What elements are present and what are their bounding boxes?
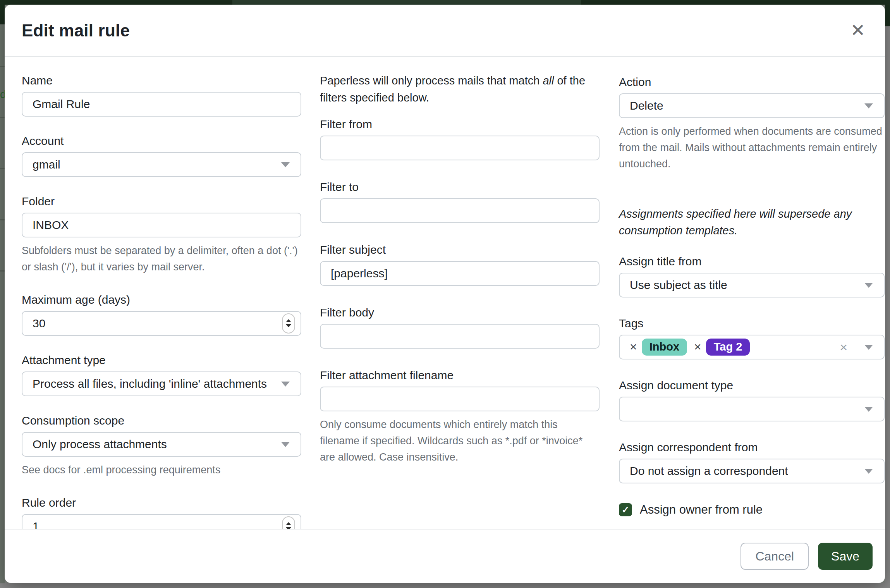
consumption-scope-group: Consumption scope Only process attachmen… xyxy=(22,414,301,478)
filter-from-input[interactable] xyxy=(320,136,600,160)
backdrop-left-divider xyxy=(0,24,5,25)
filters-intro-text: Paperless will only process mails that m… xyxy=(320,72,600,106)
account-selected-value: gmail xyxy=(33,158,60,171)
number-stepper[interactable] xyxy=(282,313,295,334)
save-button[interactable]: Save xyxy=(818,543,873,570)
action-select[interactable]: Delete xyxy=(619,93,885,118)
action-label: Action xyxy=(619,76,885,89)
max-age-value: 30 xyxy=(33,317,45,330)
remove-tag-icon[interactable]: × xyxy=(630,340,637,354)
tags-label: Tags xyxy=(619,317,885,330)
assign-doctype-label: Assign document type xyxy=(619,379,885,392)
consumption-scope-selected-value: Only process attachments xyxy=(33,438,167,451)
backdrop-row-line xyxy=(0,117,5,118)
attachment-type-select[interactable]: Process all files, including 'inline' at… xyxy=(22,371,301,396)
filter-body-input[interactable] xyxy=(320,324,600,349)
chevron-down-icon xyxy=(281,162,290,167)
chevron-down-icon xyxy=(281,442,290,447)
assign-correspondent-selected-value: Do not assign a correspondent xyxy=(630,464,788,478)
backdrop-left-navbar xyxy=(0,0,5,24)
remove-tag-icon[interactable]: × xyxy=(694,340,701,354)
dialog-header: Edit mail rule ✕ xyxy=(5,5,885,57)
max-age-label: Maximum age (days) xyxy=(22,293,301,306)
dialog-footer: Cancel Save xyxy=(5,529,885,583)
folder-input[interactable] xyxy=(22,213,301,237)
tag-chip-inbox[interactable]: Inbox xyxy=(642,339,687,356)
chevron-down-icon xyxy=(281,382,290,387)
assign-owner-row: ✓ Assign owner from rule xyxy=(619,503,885,517)
assign-title-select[interactable]: Use subject as title xyxy=(619,273,885,297)
backdrop-row-line xyxy=(0,168,5,169)
filter-to-input[interactable] xyxy=(320,198,600,223)
filter-from-label: Filter from xyxy=(320,118,600,131)
backdrop-text-fragment: d xyxy=(0,88,5,101)
filter-subject-group: Filter subject xyxy=(320,243,600,286)
assign-doctype-group: Assign document type xyxy=(619,379,885,421)
filter-filename-input[interactable] xyxy=(320,387,600,411)
attachment-type-label: Attachment type xyxy=(22,354,301,367)
backdrop-left-sliver: d xyxy=(0,0,5,583)
tags-multiselect[interactable]: × Inbox × Tag 2 × xyxy=(619,335,885,359)
tag-chip-tag2[interactable]: Tag 2 xyxy=(706,339,750,356)
rule-order-label: Rule order xyxy=(22,496,301,509)
filter-to-group: Filter to xyxy=(320,181,600,223)
filter-body-group: Filter body xyxy=(320,306,600,349)
chevron-down-icon xyxy=(864,407,873,412)
consumption-scope-help-text: See docs for .eml processing requirement… xyxy=(22,462,301,478)
backdrop-row-line xyxy=(0,219,5,220)
backdrop-row-line xyxy=(0,270,5,272)
assign-owner-checkbox[interactable]: ✓ xyxy=(619,503,632,516)
chevron-down-icon xyxy=(864,283,873,288)
filter-subject-input[interactable] xyxy=(320,261,600,286)
filter-subject-label: Filter subject xyxy=(320,243,600,256)
account-select[interactable]: gmail xyxy=(22,152,301,177)
close-button[interactable]: ✕ xyxy=(844,16,872,44)
number-stepper[interactable] xyxy=(282,516,295,529)
filter-filename-group: Filter attachment filename Only consume … xyxy=(320,369,600,466)
backdrop-right-navbar xyxy=(885,0,890,26)
filter-to-label: Filter to xyxy=(320,181,600,194)
assign-correspondent-label: Assign correspondent from xyxy=(619,441,885,454)
filter-filename-help-text: Only consume documents which entirely ma… xyxy=(320,417,600,466)
max-age-group: Maximum age (days) 30 xyxy=(22,293,301,336)
column-general: Name Account gmail Folder Subfolders mus… xyxy=(22,58,301,529)
filter-filename-label: Filter attachment filename xyxy=(320,369,600,382)
stepper-up-icon xyxy=(286,319,291,322)
edit-mail-rule-dialog: Edit mail rule ✕ Name Account gmail Fold… xyxy=(5,5,885,583)
action-selected-value: Delete xyxy=(630,99,663,112)
check-icon: ✓ xyxy=(622,504,629,515)
folder-help-text: Subfolders must be separated by a delimi… xyxy=(22,243,301,275)
assign-correspondent-select[interactable]: Do not assign a correspondent xyxy=(619,459,885,483)
name-label: Name xyxy=(22,74,301,87)
name-group: Name xyxy=(22,74,301,117)
column-actions: Action Delete Action is only performed w… xyxy=(619,58,885,517)
assign-owner-label: Assign owner from rule xyxy=(640,503,763,517)
max-age-input[interactable]: 30 xyxy=(22,311,301,336)
chevron-down-icon xyxy=(864,469,873,474)
assign-title-selected-value: Use subject as title xyxy=(630,279,727,292)
account-group: Account gmail xyxy=(22,134,301,177)
assignments-note: Assignments specified here will supersed… xyxy=(619,206,885,239)
filter-body-label: Filter body xyxy=(320,306,600,319)
backdrop-row-line xyxy=(0,66,5,67)
name-input[interactable] xyxy=(22,92,301,117)
action-group: Action Delete Action is only performed w… xyxy=(619,76,885,172)
clear-tags-icon[interactable]: × xyxy=(840,339,847,354)
cancel-button[interactable]: Cancel xyxy=(741,543,809,570)
account-label: Account xyxy=(22,134,301,148)
folder-group: Folder Subfolders must be separated by a… xyxy=(22,195,301,275)
folder-label: Folder xyxy=(22,195,301,208)
rule-order-input[interactable]: 1 xyxy=(22,514,301,529)
assign-doctype-select[interactable] xyxy=(619,397,885,421)
consumption-scope-select[interactable]: Only process attachments xyxy=(22,432,301,457)
chevron-down-icon xyxy=(864,345,873,350)
chevron-down-icon xyxy=(864,103,873,108)
assign-title-group: Assign title from Use subject as title xyxy=(619,255,885,297)
close-icon: ✕ xyxy=(850,20,866,41)
action-help-text: Action is only performed when documents … xyxy=(619,124,885,172)
attachment-type-group: Attachment type Process all files, inclu… xyxy=(22,354,301,396)
tags-group: Tags × Inbox × Tag 2 × xyxy=(619,317,885,359)
stepper-down-icon xyxy=(286,324,291,327)
rule-order-group: Rule order 1 xyxy=(22,496,301,529)
dialog-title: Edit mail rule xyxy=(22,21,130,40)
